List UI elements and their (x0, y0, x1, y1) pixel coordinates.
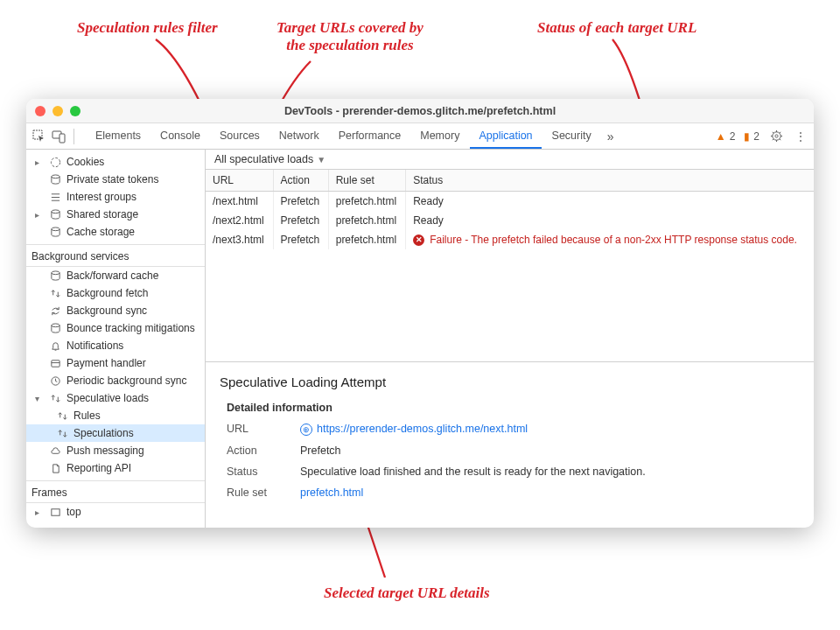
cell-status: Ready (406, 192, 814, 212)
sidebar-item-label: Periodic background sync (66, 374, 186, 387)
table-row[interactable]: /next3.htmlPrefetchprefetch.html✕Failure… (206, 230, 814, 249)
tab-application[interactable]: Application (470, 124, 541, 149)
updown-icon (49, 287, 61, 299)
cell-action: Prefetch (273, 230, 328, 249)
db-icon (49, 208, 61, 220)
svg-point-14 (51, 174, 59, 178)
cookie-icon (49, 156, 61, 168)
device-toggle-icon[interactable] (51, 129, 66, 144)
cell-ruleset: prefetch.html (328, 230, 405, 249)
close-button[interactable] (35, 106, 46, 116)
sidebar-item-label: Rules (74, 410, 101, 422)
sidebar-item-label: Background sync (66, 304, 147, 317)
sidebar-item[interactable]: Background sync (26, 302, 205, 319)
sidebar-item[interactable]: Speculations (26, 424, 205, 442)
clock-icon (49, 374, 61, 387)
column-header[interactable]: URL (206, 170, 273, 192)
error-icon: ✕ (413, 234, 424, 246)
svg-point-13 (51, 158, 60, 166)
panel-tabs: ElementsConsoleSourcesNetworkPerformance… (87, 124, 600, 149)
detail-ruleset-value[interactable]: prefetch.html (300, 486, 800, 499)
detail-ruleset-label: Rule set (227, 486, 288, 499)
sidebar-item[interactable]: Reporting API (26, 459, 205, 477)
db-icon (49, 270, 61, 282)
list-icon (49, 191, 61, 203)
sidebar-item-label: Bounce tracking mitigations (66, 322, 195, 334)
sidebar-item[interactable]: Push messaging (26, 442, 205, 459)
svg-point-19 (51, 227, 59, 230)
doc-icon (49, 462, 61, 474)
db-icon (49, 322, 61, 334)
sidebar-item[interactable]: ▸top (26, 503, 205, 521)
sidebar-item-label: Background fetch (66, 287, 148, 299)
devtools-window: DevTools - prerender-demos.glitch.me/pre… (26, 99, 814, 528)
sidebar-item[interactable]: ▸Shared storage (26, 206, 205, 223)
sidebar-item-label: Cookies (66, 156, 104, 168)
cell-action: Prefetch (273, 192, 328, 212)
sidebar-item[interactable]: Private state tokens (26, 171, 205, 188)
sidebar-item-label: Payment handler (66, 357, 146, 369)
column-header[interactable]: Status (406, 170, 814, 192)
cell-url: /next3.html (206, 230, 273, 249)
svg-line-9 (772, 132, 773, 133)
tab-console[interactable]: Console (151, 124, 209, 149)
detail-url-value[interactable]: ⊕https://prerender-demos.glitch.me/next.… (300, 423, 800, 436)
sidebar-item-label: Back/forward cache (66, 270, 158, 282)
sidebar-item[interactable]: ▾Speculative loads (26, 389, 205, 407)
speculations-table: URLActionRule setStatus /next.htmlPrefet… (206, 170, 814, 362)
cell-url: /next2.html (206, 211, 273, 230)
tab-security[interactable]: Security (543, 124, 600, 149)
more-tabs-icon[interactable]: » (604, 130, 618, 144)
speculative-loads-filter[interactable]: All speculative loads ▼ (206, 150, 814, 170)
updown-icon (49, 392, 61, 404)
warnings-badge[interactable]: ▲2 (716, 130, 736, 143)
svg-rect-26 (51, 508, 59, 514)
db-icon (49, 226, 61, 238)
sidebar-group-title: Frames (26, 480, 205, 503)
updown-icon (56, 427, 68, 439)
cell-url: /next.html (206, 192, 273, 212)
maximize-button[interactable] (70, 106, 80, 116)
sidebar-item-label: top (66, 506, 81, 518)
svg-rect-2 (60, 134, 65, 143)
sidebar-item[interactable]: Back/forward cache (26, 267, 205, 284)
cloud-icon (49, 444, 61, 457)
issues-badge[interactable]: ▮2 (744, 130, 760, 143)
sidebar-item[interactable]: Periodic background sync (26, 372, 205, 389)
sync-icon (49, 304, 61, 317)
svg-point-4 (774, 135, 777, 137)
gear-icon[interactable] (768, 129, 784, 144)
svg-point-20 (51, 270, 59, 274)
svg-line-11 (772, 139, 773, 140)
sidebar-item[interactable]: ▸Cookies (26, 153, 205, 171)
sidebar-item[interactable]: Payment handler (26, 354, 205, 372)
table-row[interactable]: /next2.htmlPrefetchprefetch.htmlReady (206, 211, 814, 230)
sidebar-item[interactable]: Interest groups (26, 188, 205, 206)
tab-network[interactable]: Network (270, 124, 328, 149)
kebab-menu-icon[interactable]: ⋮ (793, 129, 808, 144)
table-row[interactable]: /next.htmlPrefetchprefetch.htmlReady (206, 192, 814, 212)
sidebar-item[interactable]: Cache storage (26, 223, 205, 241)
cell-action: Prefetch (273, 211, 328, 230)
minimize-button[interactable] (52, 106, 63, 116)
sidebar-item-label: Push messaging (66, 444, 144, 457)
tab-performance[interactable]: Performance (330, 124, 410, 149)
detail-action-value: Prefetch (300, 444, 800, 457)
chevron-down-icon: ▼ (317, 155, 326, 164)
column-header[interactable]: Rule set (328, 170, 405, 192)
tab-memory[interactable]: Memory (411, 124, 468, 149)
column-header[interactable]: Action (273, 170, 328, 192)
sidebar-item-label: Private state tokens (66, 173, 158, 186)
svg-point-21 (51, 323, 59, 326)
sidebar-item[interactable]: Background fetch (26, 284, 205, 302)
sidebar-item[interactable]: Rules (26, 407, 205, 424)
sidebar-item-label: Speculations (74, 427, 134, 439)
tab-sources[interactable]: Sources (211, 124, 269, 149)
inspect-element-icon[interactable] (32, 129, 47, 144)
tab-elements[interactable]: Elements (87, 124, 150, 149)
sidebar-item[interactable]: Bounce tracking mitigations (26, 319, 205, 337)
sidebar-item[interactable]: Notifications (26, 337, 205, 354)
divider (74, 129, 74, 144)
svg-line-10 (779, 139, 780, 140)
link-icon: ⊕ (300, 424, 312, 436)
